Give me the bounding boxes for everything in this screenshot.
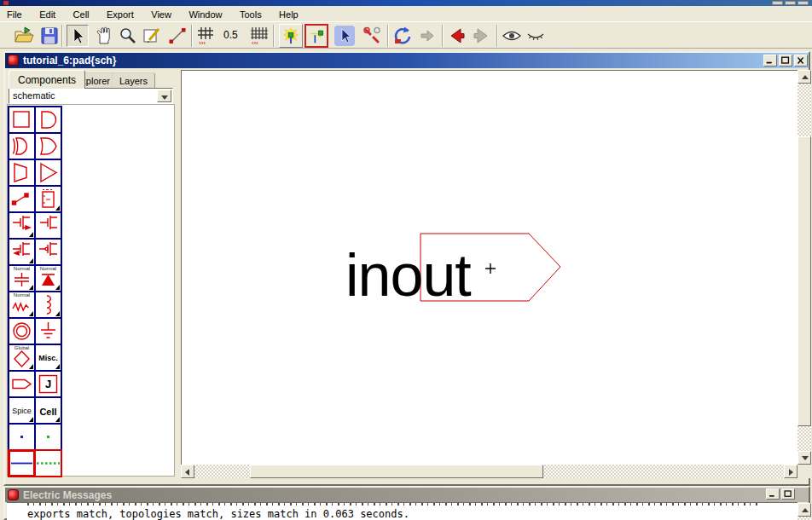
select-cursor-icon[interactable] — [67, 25, 89, 47]
messages-scroll-up-button[interactable] — [798, 503, 811, 517]
redo-icon[interactable] — [471, 26, 491, 46]
open-library-icon[interactable] — [14, 26, 34, 46]
menu-edit[interactable]: Edit — [32, 7, 62, 22]
menu-help[interactable]: Help — [272, 7, 305, 22]
palette-mux[interactable] — [8, 159, 36, 187]
palette-cell-menu[interactable]: Cell — [34, 396, 62, 425]
port-highlight-icon[interactable] — [279, 24, 303, 48]
measure-distance-icon[interactable] — [167, 26, 188, 46]
palette-offpage-connector[interactable] — [8, 370, 36, 398]
vertical-scroll-thumb[interactable] — [798, 136, 811, 426]
os-maximize-button[interactable] — [785, 1, 796, 5]
messages-log[interactable]: exports match, topologies match, sizes m… — [7, 502, 798, 520]
edit-window-titlebar[interactable]: tutorial_6:pad{sch} — [5, 53, 809, 68]
messages-scrollbar[interactable] — [798, 503, 811, 520]
scroll-down-button[interactable] — [798, 451, 811, 465]
palette-wire-arc-selected[interactable] — [8, 449, 36, 477]
menu-window[interactable]: Window — [182, 7, 229, 22]
os-close-button[interactable] — [798, 1, 809, 5]
canvas-horizontal-scrollbar[interactable] — [181, 465, 798, 478]
menu-file[interactable]: File — [0, 7, 29, 22]
component-type-dropdown[interactable]: schematic — [9, 88, 173, 104]
crosshair-cursor — [485, 263, 496, 274]
palette-diode[interactable]: Normal — [34, 264, 62, 292]
palette-resistor[interactable]: Normal — [8, 291, 36, 319]
palette-capacitor[interactable]: Normal — [8, 264, 36, 292]
objects-select-icon[interactable] — [334, 26, 355, 46]
schematic-canvas[interactable]: inout — [181, 70, 798, 465]
electric-logo-icon — [8, 55, 19, 66]
edit-window-title: tutorial_6:pad{sch} — [23, 55, 116, 66]
edit-minimize-button[interactable] — [763, 55, 777, 66]
palette-transistor-pmos[interactable] — [34, 238, 62, 266]
palette-spice-menu[interactable]: Spice — [8, 396, 36, 425]
app-icon — [3, 1, 9, 5]
scroll-left-button[interactable] — [181, 465, 194, 478]
palette-transistor-npn[interactable] — [34, 211, 62, 240]
component-type-value: schematic — [13, 90, 55, 101]
josephson-label: J — [36, 378, 61, 390]
edit-close-button[interactable] — [794, 55, 808, 66]
spice-label: Spice — [9, 407, 34, 415]
palette-buffer[interactable] — [34, 159, 62, 187]
palette-ground[interactable] — [34, 317, 62, 345]
alignment-grid-icon[interactable]: ‹‹‹ — [249, 26, 270, 46]
palette-transistor-nmos[interactable] — [8, 211, 36, 240]
palette-or-gate[interactable] — [34, 132, 62, 160]
visibility-on-eye-icon[interactable] — [502, 26, 522, 46]
horizontal-scroll-thumb[interactable] — [250, 465, 543, 478]
menu-export[interactable]: Export — [100, 7, 141, 22]
messages-titlebar[interactable]: Electric Messages — [5, 488, 809, 502]
canvas-vertical-scrollbar[interactable] — [798, 70, 811, 465]
toolbar-separator — [496, 25, 498, 47]
messages-minimize-button[interactable] — [766, 488, 780, 500]
message-line: exports match, topologies match, sizes m… — [27, 508, 409, 520]
popup-arrow-icon — [55, 285, 60, 290]
toggle-grid-icon[interactable]: ››› — [196, 26, 217, 46]
palette-inductor[interactable] — [34, 291, 62, 319]
menu-bar: File Edit Cell Export View Window Tools … — [0, 6, 812, 21]
scroll-right-button[interactable] — [784, 465, 798, 478]
menu-view[interactable]: View — [144, 7, 178, 22]
tools-preferences-icon[interactable] — [362, 26, 382, 46]
undo-icon[interactable] — [447, 26, 467, 46]
scroll-up-button[interactable] — [798, 70, 811, 84]
palette-and-gate[interactable] — [34, 106, 62, 134]
edit-cell-icon[interactable] — [142, 26, 162, 46]
export-name-label[interactable]: inout — [345, 241, 471, 309]
popup-arrow-icon — [29, 258, 33, 263]
palette-switch[interactable] — [8, 185, 36, 213]
export-highlight-icon[interactable] — [304, 24, 328, 48]
palette-box-node[interactable] — [8, 106, 36, 134]
palette-global-signal[interactable]: Global — [8, 344, 36, 372]
mirror-disabled-icon[interactable] — [418, 26, 438, 46]
palette-josephson-junction[interactable]: J — [34, 370, 62, 398]
zoom-magnifier-icon[interactable] — [118, 26, 138, 46]
diode-label: Normal — [36, 266, 61, 272]
menu-tools[interactable]: Tools — [233, 7, 269, 22]
save-library-icon[interactable] — [39, 26, 60, 46]
pan-hand-icon[interactable] — [94, 26, 114, 46]
rotate-icon[interactable] — [392, 26, 413, 46]
os-minimize-button[interactable] — [772, 1, 783, 5]
tab-layers[interactable]: Layers — [112, 72, 155, 88]
tab-components[interactable]: Components — [9, 70, 85, 89]
visibility-off-eye-icon[interactable] — [525, 26, 546, 46]
palette-bus-pin[interactable] — [34, 423, 62, 451]
edit-maximize-button[interactable] — [779, 55, 792, 66]
palette-misc-menu[interactable]: Misc. — [34, 344, 62, 372]
dropdown-arrow-icon[interactable] — [157, 90, 171, 102]
palette-xor-gate[interactable] — [8, 132, 36, 160]
palette-bus-arc[interactable] — [34, 449, 62, 477]
popup-arrow-icon — [29, 364, 33, 369]
messages-maximize-button[interactable] — [781, 488, 795, 500]
palette-wire-pin[interactable] — [8, 423, 36, 451]
palette-flipflop[interactable] — [34, 185, 62, 213]
palette-power[interactable] — [8, 317, 36, 345]
global-label: Global — [9, 345, 34, 351]
palette-transistor-4port[interactable] — [8, 238, 36, 266]
electric-logo-icon — [8, 489, 19, 500]
menu-cell[interactable]: Cell — [67, 7, 96, 22]
toolbar-separator — [191, 25, 193, 47]
popup-arrow-icon — [55, 364, 60, 369]
